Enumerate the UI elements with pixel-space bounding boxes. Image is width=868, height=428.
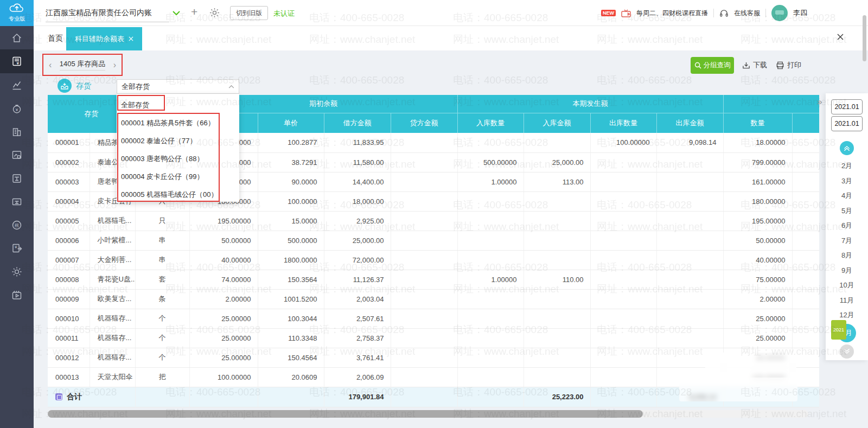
cell-end_qty: 40.00000 [723, 250, 792, 270]
cell-end_qty: 50.00000 [723, 231, 792, 250]
period-to-input[interactable]: 2021.01 [831, 116, 863, 131]
dropdown-option[interactable]: 000001 精品茶具5件套（66） [117, 114, 239, 132]
cell-price: 90.0000 [258, 172, 324, 191]
cell-in_amt [524, 191, 590, 211]
cell-out_qty [590, 367, 656, 387]
group-query-button[interactable]: 分组查询 [691, 57, 734, 74]
month-item[interactable]: 5月 [826, 203, 868, 219]
cell-out_amt [656, 328, 723, 348]
tab-subject-balance[interactable]: 科目辅助余额表 [66, 27, 142, 50]
cell-out_qty [590, 231, 656, 250]
svg-text:¥: ¥ [16, 61, 20, 66]
months-scroll-down-button[interactable] [840, 344, 854, 359]
month-item[interactable]: 2月 [826, 158, 868, 174]
subject-label[interactable]: 1405 库存商品 [60, 59, 106, 71]
svg-text:¥: ¥ [14, 244, 17, 249]
gear-icon[interactable] [209, 8, 220, 18]
cell-debit: 25,000.00 [324, 231, 391, 250]
cell-out_amt [656, 309, 723, 328]
next-subject-icon[interactable]: › [113, 60, 116, 70]
month-item[interactable]: 4月 [826, 188, 868, 203]
month-item-active[interactable]: 1月 2021 [838, 324, 856, 342]
cell-name: 欧美复古... [90, 289, 135, 309]
month-item[interactable]: 8月 [826, 248, 868, 263]
cell-qty: 40.00000 [189, 250, 258, 270]
sidebar-item-checkout[interactable]: ¥ [0, 237, 34, 260]
app-logo[interactable]: 专业版 [0, 0, 34, 26]
tab-home[interactable]: 首页 [41, 26, 69, 50]
cell-debit: 11,580.00 [324, 152, 391, 172]
live-course-link[interactable]: 每周二、四财税课程直播 [636, 9, 708, 18]
month-item[interactable]: 6月 [826, 218, 868, 233]
period-from-input[interactable]: 2021.01 [831, 99, 863, 114]
cell-end_qty: 161.00000 [723, 172, 792, 191]
dropdown-option[interactable]: 全部存货 [117, 96, 239, 114]
prev-subject-icon[interactable]: ‹ [49, 60, 52, 70]
company-underline [46, 22, 169, 22]
sidebar-item-vouchers[interactable]: ¥ [0, 49, 34, 73]
sidebar-item-assets[interactable] [0, 190, 34, 213]
inventory-select[interactable]: 全部存货 [117, 79, 239, 94]
print-button[interactable]: 打印 [776, 60, 801, 70]
month-item[interactable]: 9月 [826, 263, 868, 278]
cell-in_qty [457, 348, 524, 367]
months-scroll-up-button[interactable] [840, 141, 854, 155]
money-bag-icon: ¥ [11, 103, 23, 114]
cell-overflow [792, 231, 819, 250]
sidebar-item-tax[interactable]: 税 [0, 213, 34, 237]
sidebar-item-home[interactable] [0, 26, 34, 49]
username[interactable]: 李四 [793, 8, 807, 18]
sidebar-item-invoices[interactable] [0, 120, 34, 143]
cell-end_qty: 2.00000 [723, 289, 792, 309]
month-item[interactable]: 7月 [826, 233, 868, 248]
online-support-link[interactable]: 在线客服 [734, 9, 760, 18]
horizontal-scrollbar-track[interactable] [48, 410, 808, 418]
cell-unit: 个 [135, 348, 189, 367]
report-chart-icon [11, 149, 23, 161]
cell-overflow [792, 309, 819, 328]
table-row: 000008青花瓷U盘...套74.00000150.356411,126.37… [48, 270, 819, 289]
table-row: 000012机器猫存...个25.00000150.45643,761.4125… [48, 348, 819, 367]
dropdown-scrollbar-thumb[interactable] [863, 15, 866, 61]
cell-price: 20.0609 [258, 367, 324, 387]
month-item[interactable]: 3月 [826, 174, 868, 189]
cell-credit [391, 211, 457, 231]
sidebar-item-salary[interactable] [0, 167, 34, 190]
month-item[interactable]: 11月 [826, 293, 868, 308]
cell-out_qty: 100.00000 [590, 133, 656, 152]
cell-debit: 2,758.37 [324, 328, 391, 348]
cell-in_amt [524, 367, 590, 387]
dropdown-option[interactable]: 000005 机器猫毛绒公仔（00） [117, 186, 239, 203]
dropdown-option[interactable]: 000002 泰迪公仔（77） [117, 132, 239, 150]
sidebar-item-statements[interactable] [0, 143, 34, 167]
expand-columns-icon[interactable]: » [817, 97, 822, 107]
add-company-icon[interactable]: + [191, 5, 197, 18]
month-item[interactable]: 10月 [826, 278, 868, 293]
dropdown-option[interactable]: 000004 皮卡丘公仔（99） [117, 168, 239, 186]
avatar[interactable] [771, 5, 788, 21]
tab-bar: 首页 科目辅助余额表 [34, 26, 868, 50]
col-header-debit: 借方金额 [324, 113, 391, 133]
cell-debit: 3,761.41 [324, 348, 391, 367]
cell-unit: 条 [135, 289, 189, 309]
cell-debit: 72,000.00 [324, 250, 391, 270]
group-header-closing [723, 95, 819, 113]
company-name[interactable]: 江西服宝精品有限责任公司内账 [46, 8, 152, 18]
cell-overflow [792, 191, 819, 211]
switch-old-version-button[interactable]: 切到旧版 [230, 6, 268, 20]
company-chevron-down-icon[interactable] [173, 11, 180, 16]
sidebar-item-tutorial[interactable] [0, 283, 34, 306]
dropdown-option[interactable]: 000003 唐老鸭公仔（88） [117, 150, 239, 168]
download-button[interactable]: 下载 [742, 60, 767, 70]
sidebar-item-reports[interactable] [0, 73, 34, 97]
cell-debit: 2,925.00 [324, 211, 391, 231]
cell-code: 000010 [48, 309, 90, 328]
close-panel-icon[interactable] [837, 33, 844, 41]
cell-end_qty: 25.00000 [723, 309, 792, 328]
inventory-filter-icon [58, 79, 72, 93]
sidebar-item-funds[interactable]: ¥ [0, 97, 34, 120]
horizontal-scrollbar-thumb[interactable] [48, 410, 643, 418]
cell-unit: 套 [135, 270, 189, 289]
sidebar-item-settings[interactable] [0, 260, 34, 283]
tab-close-icon[interactable] [129, 36, 133, 41]
